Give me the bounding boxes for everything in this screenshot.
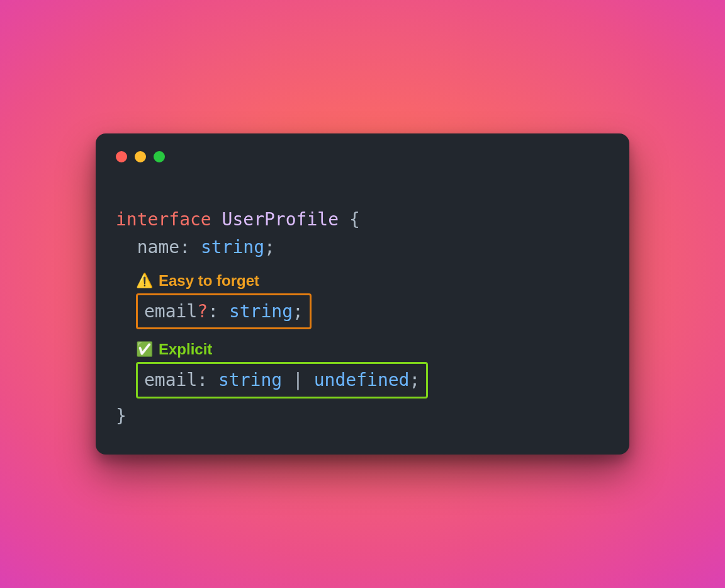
- annotation-warn-text: Easy to forget: [159, 272, 259, 290]
- annotation-ok-block: ✅ Explicit email: string | undefined;: [136, 341, 609, 398]
- property-email: email: [144, 370, 197, 390]
- code-editor-window: interface UserProfile { name: string; ⚠️…: [96, 133, 629, 455]
- colon: :: [179, 237, 190, 257]
- semicolon: ;: [409, 370, 420, 390]
- annotation-warn-block: ⚠️ Easy to forget email?: string;: [136, 272, 609, 329]
- type-string: string: [229, 301, 293, 322]
- window-traffic-lights: [116, 151, 609, 162]
- type-name: UserProfile: [222, 209, 339, 230]
- type-string: string: [218, 370, 282, 390]
- brace-close: }: [116, 402, 609, 429]
- optional-marker: ?: [197, 301, 208, 322]
- annotation-ok-text: Explicit: [159, 341, 212, 358]
- code-box-ok: email: string | undefined;: [136, 362, 428, 398]
- type-undefined: undefined: [314, 370, 410, 390]
- semicolon: ;: [264, 237, 275, 257]
- property-email: email: [144, 301, 197, 322]
- keyword-interface: interface: [116, 209, 211, 230]
- minimize-icon[interactable]: [135, 151, 146, 162]
- semicolon: ;: [293, 301, 303, 322]
- annotation-ok-label: ✅ Explicit: [136, 341, 609, 358]
- brace-open: {: [349, 209, 360, 230]
- colon: :: [197, 370, 208, 390]
- union-pipe: |: [293, 370, 303, 390]
- type-string: string: [201, 237, 264, 257]
- close-icon[interactable]: [116, 151, 127, 162]
- code-block: interface UserProfile { name: string;: [116, 179, 609, 261]
- maximize-icon[interactable]: [154, 151, 165, 162]
- check-icon: ✅: [136, 341, 152, 358]
- warning-icon: ⚠️: [136, 273, 152, 289]
- colon: :: [208, 301, 218, 322]
- property-name: name: [137, 237, 179, 257]
- annotation-warn-label: ⚠️ Easy to forget: [136, 272, 609, 290]
- code-box-warn: email?: string;: [136, 293, 312, 329]
